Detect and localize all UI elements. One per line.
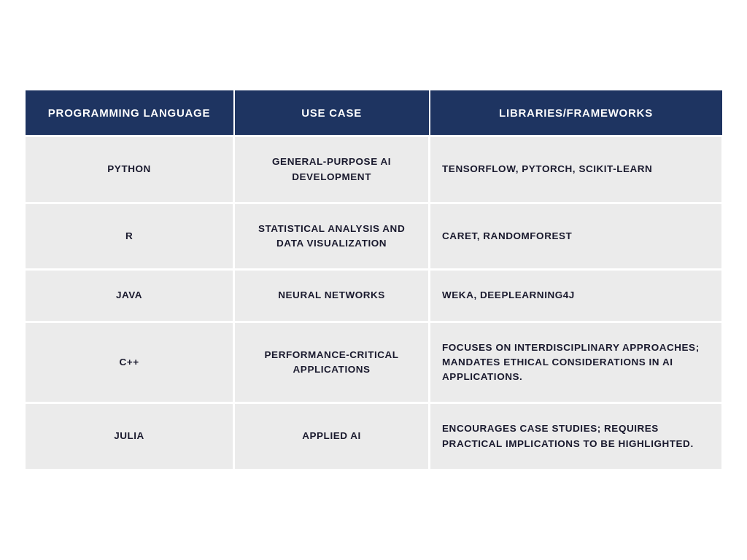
table-row: JAVANEURAL NETWORKSWEKA, DEEPLEARNING4J — [25, 270, 723, 322]
table-row: C++PERFORMANCE-CRITICAL APPLICATIONSFOCU… — [25, 322, 723, 403]
use-case-cell: APPLIED AI — [234, 403, 430, 470]
use-case-cell: NEURAL NETWORKS — [234, 270, 430, 322]
use-case-cell: STATISTICAL ANALYSIS AND DATA VISUALIZAT… — [234, 203, 430, 270]
language-cell: PYTHON — [25, 136, 234, 203]
table-row: PYTHONGENERAL-PURPOSE AI DEVELOPMENTTENS… — [25, 136, 723, 203]
language-cell: JULIA — [25, 403, 234, 470]
main-table-wrapper: PROGRAMMING LANGUAGE USE CASE LIBRARIES/… — [23, 89, 724, 471]
table-row: RSTATISTICAL ANALYSIS AND DATA VISUALIZA… — [25, 203, 723, 270]
header-row: PROGRAMMING LANGUAGE USE CASE LIBRARIES/… — [25, 90, 723, 136]
libraries-frameworks-header: LIBRARIES/FRAMEWORKS — [430, 90, 723, 136]
language-cell: R — [25, 203, 234, 270]
libraries-cell: ENCOURAGES CASE STUDIES; REQUIRES PRACTI… — [430, 403, 723, 470]
libraries-cell: WEKA, DEEPLEARNING4J — [430, 270, 723, 322]
use-case-cell: PERFORMANCE-CRITICAL APPLICATIONS — [234, 322, 430, 403]
use-case-cell: GENERAL-PURPOSE AI DEVELOPMENT — [234, 136, 430, 203]
language-cell: C++ — [25, 322, 234, 403]
programming-languages-table: PROGRAMMING LANGUAGE USE CASE LIBRARIES/… — [23, 89, 724, 471]
libraries-cell: CARET, RANDOMFOREST — [430, 203, 723, 270]
programming-language-header: PROGRAMMING LANGUAGE — [25, 90, 234, 136]
libraries-cell: TENSORFLOW, PYTORCH, SCIKIT-LEARN — [430, 136, 723, 203]
table-row: JULIAAPPLIED AIENCOURAGES CASE STUDIES; … — [25, 403, 723, 470]
language-cell: JAVA — [25, 270, 234, 322]
use-case-header: USE CASE — [234, 90, 430, 136]
libraries-cell: FOCUSES ON INTERDISCIPLINARY APPROACHES;… — [430, 322, 723, 403]
